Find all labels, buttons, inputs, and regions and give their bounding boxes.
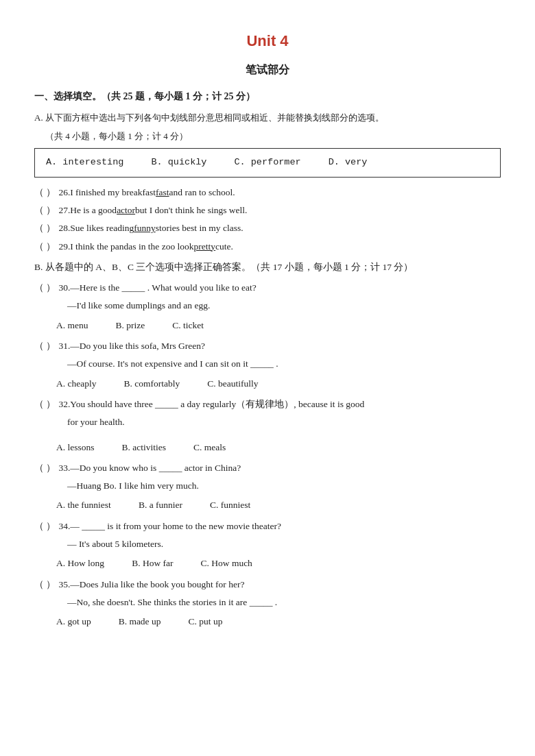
question-text-after: and ran to school. — [169, 184, 235, 201]
options-line: A. How longB. How farC. How much — [56, 555, 501, 572]
question-line: （ ） 31. —Do you like this sofa, Mrs Gree… — [34, 338, 501, 354]
answer-paren: （ ） — [34, 518, 56, 535]
answer-paren: （ ） — [34, 184, 56, 201]
question-line: （ ） 34. — _____ is it from your home to … — [34, 518, 501, 535]
answer-paren: （ ） — [34, 396, 56, 413]
part-a-sub: A. 从下面方框中选出与下列各句中划线部分意思相同或相近、并能替换划线部分的选项… — [34, 110, 501, 125]
option: B. prize — [116, 317, 145, 334]
word-box: A. interestingB. quicklyC. performerD. v… — [34, 148, 501, 177]
option: B. made up — [119, 613, 161, 630]
question-text: —Do you like this sofa, Mrs Green? — [70, 338, 205, 354]
option: A. got up — [56, 613, 91, 630]
option: A. the funniest — [56, 497, 111, 513]
question-number: 34. — [58, 518, 70, 535]
answer-paren: （ ） — [34, 202, 56, 219]
question-number: 35. — [58, 576, 70, 593]
question-line: （ ） 29. I think the pandas in the zoo lo… — [34, 239, 501, 255]
question-text-before: I finished my breakfast — [70, 184, 156, 201]
options-line: A. menuB. prizeC. ticket — [56, 317, 501, 334]
dialogue-response: —Of course. It's not expensive and I can… — [67, 356, 501, 372]
question-number: 29. — [58, 239, 70, 255]
option: A. cheaply — [56, 376, 96, 392]
question-number: 33. — [58, 460, 70, 476]
options-line: A. lessonsB. activitiesC. meals — [56, 439, 501, 456]
option: C. put up — [189, 613, 223, 630]
option: B. activities — [122, 439, 167, 456]
part-b-header: B. 从各题中的 A、B、C 三个选项中选择正确答案。（共 17 小题，每小题 … — [34, 259, 501, 276]
question-text-before: He is a good — [70, 202, 117, 219]
option: C. How much — [201, 555, 252, 572]
question-number: 32. — [58, 396, 70, 413]
question-text: — _____ is it from your home to the new … — [70, 518, 281, 535]
option: C. meals — [193, 439, 226, 456]
question-text: —Do you know who is _____ actor in China… — [70, 460, 241, 476]
option: A. lessons — [56, 439, 95, 456]
option: C. funniest — [210, 497, 250, 513]
word-option: B. quickly — [151, 154, 206, 171]
question-text-before: Sue likes reading — [70, 220, 134, 236]
question-number: 26. — [58, 184, 70, 201]
question-line: （ ） 35. —Does Julia like the book you bo… — [34, 576, 501, 593]
option: A. How long — [56, 555, 104, 572]
answer-paren: （ ） — [34, 220, 56, 236]
subtitle: 笔试部分 — [34, 60, 501, 80]
answer-paren: （ ） — [34, 576, 56, 593]
dialogue-response: — It's about 5 kilometers. — [67, 536, 501, 552]
word-option: D. very — [329, 154, 368, 171]
question-text-after: but I don't think he sings well. — [135, 202, 247, 219]
underlined-word: actor — [117, 202, 135, 219]
question-line: （ ） 27. He is a good actor but I don't t… — [34, 202, 501, 219]
option: B. How far — [132, 555, 173, 572]
option: B. a funnier — [139, 497, 182, 513]
question-continuation: for your health. — [67, 414, 501, 430]
question-text-after: stories best in my class. — [156, 220, 243, 236]
word-option: C. performer — [234, 154, 300, 171]
question-text: —Here is the _____ . What would you like… — [70, 280, 257, 296]
part-a-header: 一、选择填空。（共 25 题，每小题 1 分；计 25 分） — [34, 88, 501, 105]
options-line: A. the funniestB. a funnierC. funniest — [56, 497, 501, 513]
option: B. comfortably — [123, 376, 180, 392]
question-text: You should have three _____ a day regula… — [70, 396, 364, 413]
part-a-note: （共 4 小题，每小题 1 分；计 4 分） — [45, 128, 501, 144]
question-number: 27. — [58, 202, 70, 219]
dialogue-response: —Huang Bo. I like him very much. — [67, 478, 501, 494]
word-option: A. interesting — [46, 154, 123, 171]
underlined-word: pretty — [194, 239, 216, 255]
question-line: （ ） 26. I finished my breakfast fast and… — [34, 184, 501, 201]
question-line: （ ） 30. —Here is the _____ . What would … — [34, 280, 501, 296]
answer-paren: （ ） — [34, 338, 56, 354]
underlined-word: funny — [134, 220, 156, 236]
question-number: 30. — [58, 280, 70, 296]
dialogue-response: —No, she doesn't. She thinks the stories… — [67, 594, 501, 611]
option: C. beautifully — [207, 376, 258, 392]
question-text: —Does Julia like the book you bought for… — [70, 576, 244, 593]
question-number: 28. — [58, 220, 70, 236]
answer-paren: （ ） — [34, 460, 56, 476]
question-number: 31. — [58, 338, 70, 354]
option: A. menu — [56, 317, 88, 334]
question-text-before: I think the pandas in the zoo look — [70, 239, 193, 255]
question-line: （ ） 32. You should have three _____ a da… — [34, 396, 501, 413]
answer-paren: （ ） — [34, 239, 56, 255]
page-title: Unit 4 — [34, 27, 501, 55]
answer-paren: （ ） — [34, 280, 56, 296]
underlined-word: fast — [156, 184, 169, 201]
options-line: A. cheaplyB. comfortablyC. beautifully — [56, 376, 501, 392]
dialogue-response: —I'd like some dumplings and an egg. — [67, 297, 501, 314]
option: C. ticket — [172, 317, 204, 334]
question-line: （ ） 33. —Do you know who is _____ actor … — [34, 460, 501, 476]
question-text-after: cute. — [215, 239, 233, 255]
question-line: （ ） 28. Sue likes reading funny stories … — [34, 220, 501, 236]
options-line: A. got upB. made upC. put up — [56, 613, 501, 630]
